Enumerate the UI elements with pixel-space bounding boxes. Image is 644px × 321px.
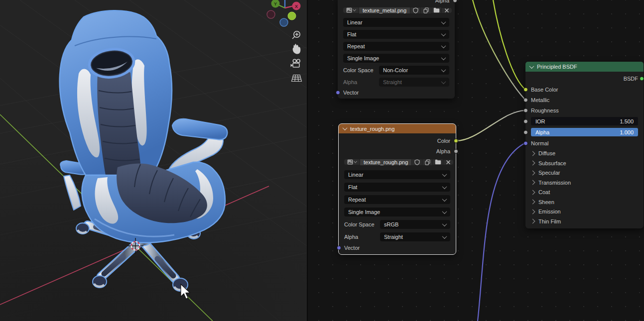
- section-emission[interactable]: Emission: [531, 208, 638, 215]
- unlink-button[interactable]: [442, 8, 452, 13]
- close-icon: [444, 8, 449, 13]
- section-thin-film[interactable]: Thin Film: [531, 217, 638, 225]
- image-selector-row: texture_metal.png: [343, 5, 449, 15]
- viewport-3d[interactable]: Y X: [0, 0, 307, 321]
- chevron-right-icon: [530, 209, 535, 214]
- gizmo-y-neg-axis[interactable]: [288, 12, 296, 20]
- vector-input-row: Vector: [343, 89, 449, 97]
- color-space-row: Color Space Non-Color: [343, 66, 449, 75]
- chevron-down-icon: [441, 67, 446, 72]
- gizmo-z-neg-axis[interactable]: [280, 18, 288, 26]
- chevron-down-icon: [442, 209, 447, 214]
- image-browse-button[interactable]: [344, 159, 360, 165]
- nav-gizmo[interactable]: Y X: [267, 0, 301, 26]
- chevron-down-icon: [442, 184, 447, 189]
- source-dropdown[interactable]: Single Image: [343, 54, 449, 63]
- projection-dropdown[interactable]: Flat: [343, 30, 449, 39]
- section-coat[interactable]: Coat: [531, 188, 638, 196]
- metallic-input-socket[interactable]: [523, 98, 528, 103]
- viewport-canvas: Y X: [0, 0, 307, 321]
- color-space-dropdown[interactable]: sRGB: [380, 220, 450, 229]
- bsdf-output-label: BSDF: [624, 76, 638, 82]
- alpha-mode-row: Alpha Straight: [344, 232, 450, 241]
- alpha-mode-dropdown[interactable]: Straight: [379, 78, 449, 87]
- camera-icon[interactable]: [291, 59, 300, 67]
- ior-row: IOR 1.500: [531, 117, 638, 125]
- alpha-output-label: Alpha: [435, 0, 449, 3]
- folder-icon: [433, 7, 440, 13]
- section-specular[interactable]: Specular: [531, 169, 638, 177]
- collapse-chevron-icon[interactable]: [343, 125, 348, 130]
- color-space-label: Color Space: [344, 221, 380, 227]
- copy-icon: [423, 7, 429, 13]
- node-texture-rough[interactable]: texture_rough.png Color Alpha texture_ro…: [339, 124, 456, 254]
- node-texture-metal[interactable]: Alpha texture_metal.png Linear Flat Repe…: [338, 0, 455, 99]
- projection-dropdown[interactable]: Flat: [344, 183, 450, 192]
- copy-icon: [425, 159, 430, 165]
- vector-input-row: Vector: [344, 244, 450, 252]
- roughness-input-socket[interactable]: [523, 108, 528, 113]
- hand-icon[interactable]: [293, 44, 301, 54]
- normal-input-socket[interactable]: [523, 141, 528, 146]
- extension-dropdown[interactable]: Repeat: [343, 42, 449, 51]
- bsdf-output-socket[interactable]: [640, 77, 644, 81]
- node-header-principled[interactable]: Principled BSDF: [525, 62, 644, 72]
- zoom-icon[interactable]: [293, 31, 300, 39]
- interpolation-dropdown[interactable]: Linear: [344, 170, 450, 179]
- wire-roughness: [456, 110, 525, 141]
- chevron-down-icon: [441, 79, 446, 84]
- image-name-field[interactable]: texture_metal.png: [359, 7, 410, 13]
- alpha-row: Alpha 1.000: [531, 128, 638, 136]
- fake-user-button[interactable]: [412, 159, 422, 165]
- chevron-down-icon: [441, 31, 446, 36]
- gizmo-x-neg-axis[interactable]: [267, 10, 275, 18]
- image-browse-button[interactable]: [343, 7, 359, 13]
- base-color-label: Base Color: [531, 87, 558, 93]
- chair-backrest: [60, 10, 172, 175]
- section-sheen[interactable]: Sheen: [531, 198, 638, 206]
- folder-icon: [435, 159, 441, 165]
- socket-row-normal: Normal: [531, 139, 638, 147]
- interpolation-dropdown[interactable]: Linear: [343, 18, 449, 27]
- color-space-dropdown[interactable]: Non-Color: [379, 66, 449, 75]
- node-header-texture-rough[interactable]: texture_rough.png: [339, 124, 456, 133]
- vector-label: Vector: [344, 245, 360, 251]
- unlink-button[interactable]: [443, 160, 453, 165]
- vector-input-socket[interactable]: [336, 91, 340, 95]
- ior-input-socket[interactable]: [523, 119, 528, 123]
- source-dropdown[interactable]: Single Image: [344, 208, 450, 216]
- chevron-down-icon: [354, 160, 357, 163]
- image-icon: [346, 7, 352, 13]
- open-file-button[interactable]: [431, 7, 441, 13]
- vector-input-socket[interactable]: [337, 246, 341, 250]
- image-icon: [347, 159, 353, 165]
- alpha-mode-row: Alpha Straight: [343, 78, 449, 87]
- copy-button[interactable]: [421, 7, 431, 13]
- socket-row-alpha-out: Alpha: [344, 147, 450, 155]
- alpha-output-socket[interactable]: [454, 149, 458, 154]
- chevron-right-icon: [530, 219, 535, 224]
- copy-button[interactable]: [422, 159, 432, 165]
- section-subsurface[interactable]: Subsurface: [531, 159, 638, 167]
- chevron-down-icon: [353, 8, 356, 11]
- chevron-right-icon: [530, 170, 535, 175]
- color-output-socket[interactable]: [454, 139, 458, 143]
- section-transmission[interactable]: Transmission: [531, 179, 638, 187]
- wire-base-color: [493, 0, 525, 90]
- fake-user-button[interactable]: [410, 7, 420, 13]
- chevron-right-icon: [530, 151, 535, 156]
- base-color-input-socket[interactable]: [523, 88, 528, 92]
- socket-row-bsdf-out: BSDF: [531, 75, 638, 83]
- gizmo-y-label: Y: [274, 1, 277, 6]
- alpha-slider[interactable]: Alpha 1.000: [531, 128, 638, 136]
- open-file-button[interactable]: [433, 159, 443, 165]
- ior-slider[interactable]: IOR 1.500: [531, 117, 638, 125]
- alpha-input-socket[interactable]: [523, 130, 528, 134]
- shader-editor[interactable]: Alpha texture_metal.png Linear Flat Repe…: [308, 0, 644, 321]
- section-diffuse[interactable]: Diffuse: [531, 149, 638, 157]
- node-principled-bsdf[interactable]: Principled BSDF BSDF Base Color Metallic…: [525, 62, 644, 228]
- image-name-field[interactable]: texture_rough.png: [360, 159, 411, 165]
- extension-dropdown[interactable]: Repeat: [344, 195, 450, 204]
- alpha-mode-dropdown[interactable]: Straight: [380, 232, 450, 241]
- collapse-chevron-icon[interactable]: [529, 64, 534, 69]
